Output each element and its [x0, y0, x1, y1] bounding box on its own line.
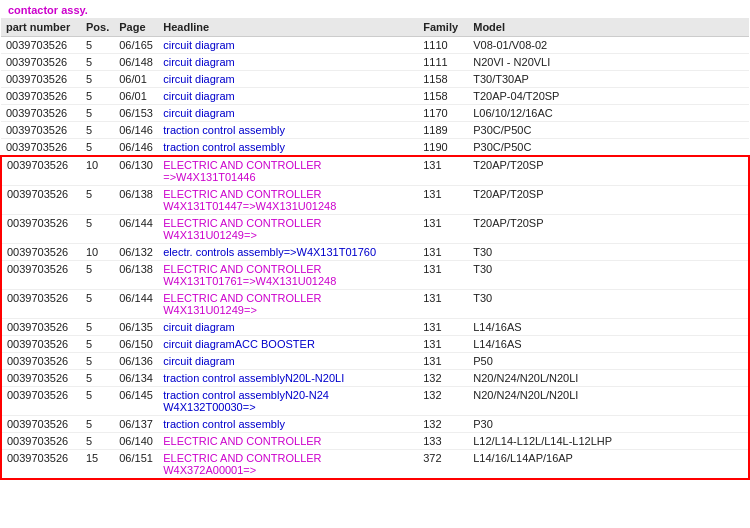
cell-family: 131: [418, 186, 468, 215]
cell-headline[interactable]: circuit diagram: [158, 319, 418, 336]
headline-text[interactable]: circuit diagramACC BOOSTER: [163, 338, 315, 350]
cell-page: 06/148: [114, 54, 158, 71]
headline-text[interactable]: W4X131U01249=>: [163, 304, 257, 316]
headline-text[interactable]: W4X131T01761=>W4X131U01248: [163, 275, 336, 287]
cell-part: 0039703526: [1, 156, 81, 186]
cell-part: 0039703526: [1, 319, 81, 336]
cell-headline[interactable]: ELECTRIC AND CONTROLLERW4X131U01249=>: [158, 290, 418, 319]
cell-page: 06/01: [114, 88, 158, 105]
headline-text[interactable]: W4X131U01249=>: [163, 229, 257, 241]
cell-pos: 5: [81, 37, 114, 54]
headline-text[interactable]: ELECTRIC AND CONTROLLER: [163, 435, 321, 447]
cell-family: 131: [418, 290, 468, 319]
cell-page: 06/151: [114, 450, 158, 480]
headline-text[interactable]: traction control assembly: [163, 124, 285, 136]
headline-text[interactable]: circuit diagram: [163, 56, 235, 68]
cell-headline[interactable]: traction control assembly: [158, 122, 418, 139]
cell-model: T20AP/T20SP: [468, 215, 749, 244]
headline-text[interactable]: traction control assemblyN20-N24: [163, 389, 329, 401]
cell-page: 06/146: [114, 122, 158, 139]
cell-headline[interactable]: circuit diagram: [158, 88, 418, 105]
headline-text[interactable]: traction control assembly: [163, 418, 285, 430]
table-row: 0039703526506/153circuit diagram1170L06/…: [1, 105, 749, 122]
headline-text[interactable]: circuit diagram: [163, 107, 235, 119]
cell-headline[interactable]: ELECTRIC AND CONTROLLERW4X131T01761=>W4X…: [158, 261, 418, 290]
cell-headline[interactable]: ELECTRIC AND CONTROLLERW4X131U01249=>: [158, 215, 418, 244]
headline-text[interactable]: ELECTRIC AND CONTROLLER: [163, 159, 321, 171]
headline-text[interactable]: ELECTRIC AND CONTROLLER: [163, 188, 321, 200]
cell-page: 06/144: [114, 215, 158, 244]
cell-pos: 5: [81, 290, 114, 319]
cell-headline[interactable]: traction control assembly: [158, 139, 418, 157]
cell-page: 06/144: [114, 290, 158, 319]
cell-headline[interactable]: circuit diagram: [158, 353, 418, 370]
headline-text[interactable]: circuit diagram: [163, 73, 235, 85]
cell-family: 132: [418, 416, 468, 433]
cell-headline[interactable]: ELECTRIC AND CONTROLLER: [158, 433, 418, 450]
table-row: 00397035261006/132electr. controls assem…: [1, 244, 749, 261]
cell-family: 1110: [418, 37, 468, 54]
table-row: 0039703526506/134traction control assemb…: [1, 370, 749, 387]
cell-family: 132: [418, 370, 468, 387]
cell-headline[interactable]: circuit diagramACC BOOSTER: [158, 336, 418, 353]
cell-model: T30: [468, 290, 749, 319]
cell-headline[interactable]: electr. controls assembly=>W4X131T01760: [158, 244, 418, 261]
cell-model: P30C/P50C: [468, 139, 749, 157]
headline-text[interactable]: circuit diagram: [163, 90, 235, 102]
cell-part: 0039703526: [1, 353, 81, 370]
headline-text[interactable]: electr. controls assembly=>W4X131T01760: [163, 246, 376, 258]
table-row: 0039703526506/140ELECTRIC AND CONTROLLER…: [1, 433, 749, 450]
cell-headline[interactable]: circuit diagram: [158, 54, 418, 71]
cell-part: 0039703526: [1, 370, 81, 387]
table-row: 0039703526506/146traction control assemb…: [1, 122, 749, 139]
cell-family: 131: [418, 156, 468, 186]
cell-headline[interactable]: circuit diagram: [158, 71, 418, 88]
headline-text[interactable]: W4X132T00030=>: [163, 401, 255, 413]
headline-text[interactable]: circuit diagram: [163, 355, 235, 367]
headline-text[interactable]: W4X372A00001=>: [163, 464, 256, 476]
cell-page: 06/146: [114, 139, 158, 157]
cell-pos: 5: [81, 416, 114, 433]
cell-part: 0039703526: [1, 387, 81, 416]
cell-pos: 5: [81, 122, 114, 139]
cell-headline[interactable]: circuit diagram: [158, 37, 418, 54]
cell-headline[interactable]: traction control assemblyN20-N24W4X132T0…: [158, 387, 418, 416]
cell-page: 06/136: [114, 353, 158, 370]
cell-headline[interactable]: circuit diagram: [158, 105, 418, 122]
headline-text[interactable]: circuit diagram: [163, 321, 235, 333]
table-row: 00397035261506/151ELECTRIC AND CONTROLLE…: [1, 450, 749, 480]
headline-text[interactable]: W4X131T01447=>W4X131U01248: [163, 200, 336, 212]
headline-text[interactable]: ELECTRIC AND CONTROLLER: [163, 217, 321, 229]
cell-headline[interactable]: ELECTRIC AND CONTROLLERW4X131T01447=>W4X…: [158, 186, 418, 215]
cell-headline[interactable]: traction control assembly: [158, 416, 418, 433]
cell-part: 0039703526: [1, 433, 81, 450]
cell-headline[interactable]: ELECTRIC AND CONTROLLER=>W4X131T01446: [158, 156, 418, 186]
table-row: 0039703526506/145traction control assemb…: [1, 387, 749, 416]
headline-text[interactable]: ELECTRIC AND CONTROLLER: [163, 292, 321, 304]
cell-page: 06/138: [114, 261, 158, 290]
headline-text[interactable]: traction control assembly: [163, 141, 285, 153]
headline-text[interactable]: ELECTRIC AND CONTROLLER: [163, 263, 321, 275]
cell-pos: 5: [81, 186, 114, 215]
cell-family: 1158: [418, 71, 468, 88]
cell-pos: 5: [81, 433, 114, 450]
cell-family: 372: [418, 450, 468, 480]
cell-headline[interactable]: ELECTRIC AND CONTROLLERW4X372A00001=>: [158, 450, 418, 480]
headline-text[interactable]: traction control assemblyN20L-N20LI: [163, 372, 344, 384]
table-row: 0039703526506/138ELECTRIC AND CONTROLLER…: [1, 261, 749, 290]
cell-pos: 5: [81, 215, 114, 244]
table-row: 0039703526506/01circuit diagram1158T30/T…: [1, 71, 749, 88]
cell-pos: 10: [81, 156, 114, 186]
cell-part: 0039703526: [1, 54, 81, 71]
cell-part: 0039703526: [1, 244, 81, 261]
table-row: 0039703526506/146traction control assemb…: [1, 139, 749, 157]
cell-model: L12/L14-L12L/L14L-L12LHP: [468, 433, 749, 450]
cell-model: T20AP/T20SP: [468, 186, 749, 215]
headline-text[interactable]: ELECTRIC AND CONTROLLER: [163, 452, 321, 464]
cell-model: T20AP-04/T20SP: [468, 88, 749, 105]
cell-headline[interactable]: traction control assemblyN20L-N20LI: [158, 370, 418, 387]
table-row: 00397035261006/130ELECTRIC AND CONTROLLE…: [1, 156, 749, 186]
headline-text[interactable]: =>W4X131T01446: [163, 171, 255, 183]
cell-part: 0039703526: [1, 139, 81, 157]
headline-text[interactable]: circuit diagram: [163, 39, 235, 51]
